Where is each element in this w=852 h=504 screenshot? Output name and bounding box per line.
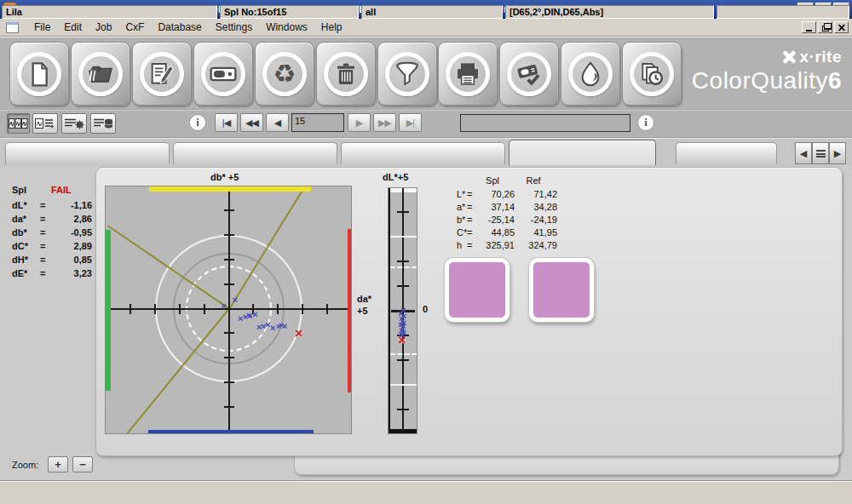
menu-job[interactable]: Job [89, 20, 118, 35]
recalculate-button[interactable]: ♻ [255, 42, 314, 106]
open-folder-icon [78, 52, 123, 96]
menu-file[interactable]: File [27, 20, 57, 35]
child-restore-button[interactable] [818, 21, 832, 33]
lab-spl-value: 37,14 [472, 202, 515, 212]
dl-strip-plot: ××××××××××××××× [388, 187, 417, 434]
menu-help[interactable]: Help [314, 20, 349, 35]
trend-list-view-button[interactable] [32, 113, 58, 134]
info-button-right[interactable]: i [637, 114, 654, 131]
dl-tick [397, 409, 409, 410]
sample-swatch [445, 258, 509, 322]
sample-name-field[interactable] [460, 114, 630, 132]
menu-bar: File Edit Job CxF Database Settings Wind… [0, 19, 852, 37]
tab-1[interactable] [5, 142, 170, 164]
y-tick [224, 406, 234, 408]
minimize-icon [806, 30, 812, 32]
funnel-icon [385, 52, 429, 96]
tab-4-active[interactable] [509, 140, 656, 165]
record-number-field[interactable]: 15 [291, 113, 344, 132]
status-standard-name: Lila [2, 5, 217, 19]
minus-icon: − [79, 458, 86, 471]
first-record-icon: |◀ [222, 117, 230, 129]
status-illuminant: [D65,2°,DIN,D65,Abs] [505, 5, 714, 19]
dl-zero-label: 0 [423, 304, 428, 314]
minus-a-edge-bar [106, 230, 111, 391]
tab-list-button[interactable] [812, 142, 829, 164]
lab-scatter-plot: ××××××××××××××× [105, 186, 352, 434]
dl-current-sample-marker: × [398, 333, 406, 347]
nav-first-button[interactable]: |◀ [215, 113, 238, 132]
child-close-button[interactable] [834, 21, 849, 33]
delete-button[interactable] [316, 42, 376, 106]
menu-edit[interactable]: Edit [57, 20, 89, 35]
documents-clock-icon [630, 52, 674, 96]
zoom-out-button[interactable]: − [72, 456, 93, 472]
da-axis-label: da* [357, 294, 371, 304]
filter-button[interactable] [377, 42, 437, 106]
timed-report-button[interactable] [622, 42, 682, 106]
menu-cxf[interactable]: CxF [118, 20, 151, 35]
delta-label: da* [12, 214, 26, 224]
lab-spl-value: 44,85 [472, 227, 515, 238]
tab-3[interactable] [341, 142, 505, 164]
forward-icon: ▶ [356, 117, 362, 129]
color-settings-button[interactable] [561, 42, 620, 106]
menu-database[interactable]: Database [151, 20, 208, 35]
minus-b-edge-bar [148, 430, 314, 434]
measure-device-button[interactable] [193, 42, 253, 106]
tab-scroll-right-button[interactable]: ▶ [829, 142, 846, 164]
delta-label: db* [12, 227, 27, 238]
reference-swatch [529, 258, 594, 322]
trend-views-button[interactable] [7, 113, 30, 134]
sample-marker: × [270, 324, 275, 333]
nav-fast-forward-button[interactable]: ▶▶ [373, 113, 396, 132]
lab-spl-value: 70,26 [472, 189, 515, 199]
lab-table-row: h=325,91324,79 [457, 240, 576, 252]
x-tick [326, 304, 328, 314]
tab-2[interactable] [173, 142, 337, 164]
child-minimize-button[interactable] [802, 21, 816, 33]
nav-fast-back-button[interactable]: ◀◀ [240, 113, 263, 132]
list-database-view-button[interactable] [90, 113, 116, 134]
print-button[interactable] [438, 42, 498, 106]
delta-value: 2,89 [46, 241, 92, 251]
delta-value: -0,95 [46, 227, 92, 238]
nav-last-button[interactable]: ▶| [399, 113, 422, 132]
menu-settings[interactable]: Settings [209, 20, 259, 35]
list-settings-view-button[interactable] [61, 113, 87, 134]
fast-forward-icon: ▶▶ [378, 117, 391, 129]
nav-forward-button[interactable]: ▶ [348, 113, 371, 132]
sample-marker: × [252, 310, 257, 319]
da-axis-range-label: +5 [357, 306, 368, 316]
new-document-button[interactable] [9, 42, 69, 106]
lab-ref-value: 71,42 [516, 189, 557, 199]
lab-spl-value: 325,91 [472, 240, 515, 250]
dl-tick [397, 359, 409, 361]
zoom-in-button[interactable]: + [48, 456, 68, 472]
lab-table-header-ref: Ref [513, 175, 554, 186]
nav-back-button[interactable]: ◀ [266, 113, 289, 132]
product-logo: ColorQuality6 [692, 67, 842, 94]
open-folder-button[interactable] [71, 42, 130, 106]
back-icon: ◀ [274, 117, 280, 129]
device-check-button[interactable] [499, 42, 559, 106]
close-icon [838, 23, 845, 31]
info-icon: i [196, 116, 199, 129]
dl-tolerance-line [390, 236, 417, 238]
menu-windows[interactable]: Windows [259, 20, 314, 35]
lab-ref-value: 34,28 [516, 202, 557, 212]
tab-scroll-left-button[interactable]: ◀ [795, 142, 812, 164]
plus-a-edge-bar [348, 229, 352, 392]
mdi-child-icon[interactable] [6, 22, 19, 33]
y-tick [224, 209, 234, 211]
device-check-icon [507, 52, 551, 96]
info-button-left[interactable]: i [189, 114, 206, 131]
edit-sample-button[interactable] [132, 42, 192, 106]
tab-5[interactable] [676, 142, 777, 164]
status-badge: FAIL [51, 185, 72, 195]
status-filter: all [361, 5, 503, 19]
measure-device-icon [201, 52, 245, 96]
dl-tick [397, 261, 409, 262]
current-sample-marker: × [295, 326, 303, 341]
dl-tick [397, 285, 409, 287]
